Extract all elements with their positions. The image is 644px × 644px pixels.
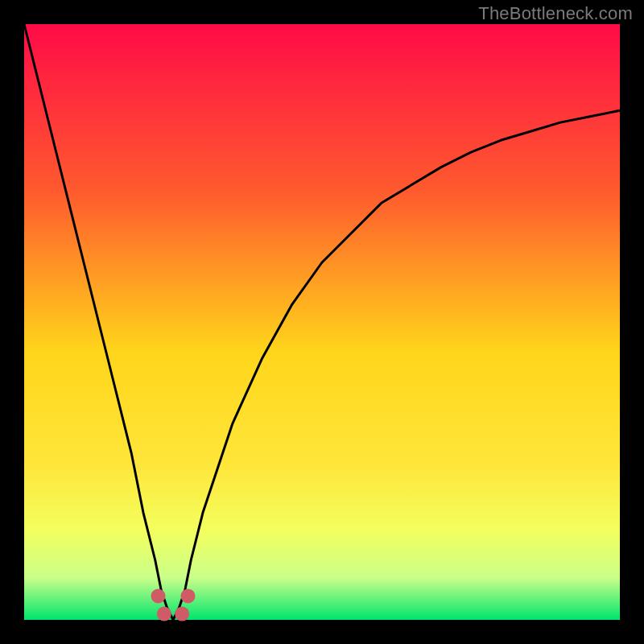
optimal-marker xyxy=(157,607,171,621)
gradient-background xyxy=(24,24,620,620)
bottleneck-chart xyxy=(0,0,644,644)
optimal-marker xyxy=(175,607,189,621)
chart-container: { "watermark": "TheBottleneck.com", "cha… xyxy=(0,0,644,644)
optimal-marker xyxy=(181,588,196,603)
optimal-marker xyxy=(151,588,166,603)
watermark-text: TheBottleneck.com xyxy=(478,3,633,24)
